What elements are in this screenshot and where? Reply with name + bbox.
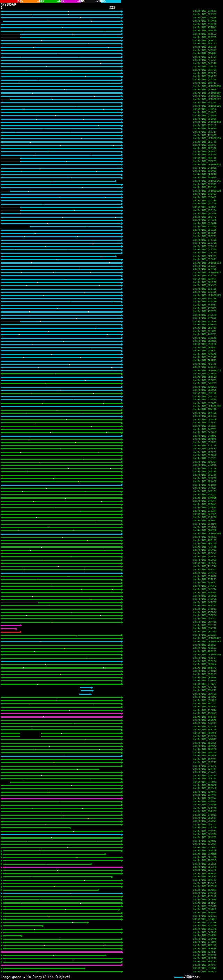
alignment-row[interactable]: UniRef100_B4KG59 <box>0 317 223 320</box>
hit-label[interactable]: UniRef100_C4R4F1 <box>193 571 217 575</box>
hit-label[interactable]: UniRef100_Q90118 <box>193 157 217 160</box>
hit-label[interactable]: UniRef100_P93340 <box>193 356 217 359</box>
hit-label[interactable]: UniRef100_A1CCG4 <box>193 735 217 738</box>
hit-label[interactable]: UniRef100_A7SZL4 <box>193 59 217 62</box>
alignment-row[interactable]: UniRef100_B2D6W1 <box>0 503 223 506</box>
alignment-row[interactable]: UniRef100_B4TZB0 <box>0 601 223 604</box>
hit-label[interactable]: UniRef100_B5MBK5 <box>193 438 217 441</box>
hit-label[interactable]: UniRef100_B6Q9S5 <box>193 741 217 745</box>
alignment-row[interactable]: UniRef100_C9S7E4 <box>0 777 223 780</box>
hit-label[interactable]: UniRef100_C5P4T9 <box>193 905 217 908</box>
hit-label[interactable]: UniRef100_B9A3E2 <box>193 810 217 813</box>
alignment-row[interactable]: UniRef100_UPI00007E <box>0 637 223 640</box>
alignment-row[interactable]: UniRef100_C5FM06 <box>0 853 223 856</box>
hit-label[interactable]: UniRef100_B9WJ28 <box>193 408 217 411</box>
hit-label[interactable]: UniRef100_C5KYJ0 <box>193 620 217 624</box>
alignment-row[interactable]: UniRef100_Q9Y217 <box>0 131 223 134</box>
hit-label[interactable]: UniRef100_Q4WXC8 <box>193 892 217 895</box>
alignment-row[interactable]: UniRef100_A5DDT4 <box>0 611 223 614</box>
hit-label[interactable]: UniRef100_A4H677 <box>193 581 217 584</box>
hit-label[interactable]: UniRef100_Q4YQJ3 <box>193 608 217 611</box>
alignment-row[interactable]: UniRef100_Q9S1L9 <box>0 124 223 127</box>
alignment-row[interactable]: UniRef100_B4N2P7 <box>0 500 223 503</box>
hit-label[interactable]: UniRef100_Q68048 <box>193 676 217 679</box>
hit-label[interactable]: UniRef100_C4E2K1 <box>193 49 217 52</box>
alignment-row[interactable]: UniRef100_UPI0001A5 <box>0 180 223 183</box>
hit-label[interactable]: UniRef100_C1GRN7 <box>193 846 217 849</box>
hit-label[interactable]: UniRef100_A9YTA2 <box>193 42 217 46</box>
hit-label[interactable]: UniRef100_C4Y819 <box>193 670 217 673</box>
hit-label[interactable]: UniRef100_B4I288 <box>193 807 217 810</box>
hit-label[interactable]: UniRef100_B4FVP1 <box>193 428 217 431</box>
hit-label[interactable]: UniRef100_B2AQH1 <box>193 791 217 794</box>
hit-label[interactable]: UniRef100_A71778 <box>193 444 217 447</box>
hit-label[interactable]: UniRef100_B9B3E2 <box>193 604 217 607</box>
alignment-row[interactable]: UniRef100_Q6J7T5 <box>0 140 223 143</box>
alignment-row[interactable]: UniRef100_B2GYE5 <box>0 36 223 39</box>
alignment-row[interactable]: UniRef100_Q9UV32 <box>0 549 223 552</box>
hit-label[interactable]: UniRef100_B2D6W1 <box>193 503 217 506</box>
hit-label[interactable]: UniRef100_A9XEH9 <box>193 127 217 130</box>
hit-label[interactable]: UniRef100_C1E856 <box>193 16 217 19</box>
alignment-row[interactable]: UniRef100_Q51125 <box>0 395 223 398</box>
alignment-row[interactable]: UniRef100_B9E3R8 <box>0 928 223 931</box>
alignment-row[interactable]: UniRef100_UPI000186 <box>0 105 223 108</box>
alignment-row[interactable]: UniRef100_Q3BF24 <box>0 366 223 369</box>
alignment-row[interactable]: UniRef100_Q1OZB1 <box>0 634 223 637</box>
alignment-row[interactable]: UniRef100_C8VDL2 <box>0 908 223 911</box>
hit-label[interactable]: UniRef100_Q1OZB1 <box>193 634 217 637</box>
hit-label[interactable]: UniRef100_Q2FBV6 <box>193 454 217 457</box>
alignment-row[interactable]: UniRef100_C4JX77 <box>0 771 223 774</box>
alignment-row[interactable]: UniRef100_C1G9A3 <box>0 967 223 970</box>
alignment-row[interactable]: UniRef100_Q65F32 <box>0 451 223 454</box>
hit-label[interactable]: UniRef100_B6QGY5 <box>193 875 217 878</box>
alignment-row[interactable]: UniRef100_Q4Y0J3 <box>0 813 223 817</box>
hit-label[interactable]: UniRef100_A5E3U7 <box>193 568 217 571</box>
alignment-row[interactable]: UniRef100_A6QVU5 <box>0 859 223 862</box>
alignment-row[interactable]: UniRef100_Q1NLW3 <box>0 10 223 13</box>
hit-label[interactable]: UniRef100_B4DVD2 <box>193 278 217 281</box>
alignment-row[interactable]: UniRef100_C5FEE7 <box>0 422 223 425</box>
hit-label[interactable]: UniRef100_C8BLQ5 <box>193 375 217 379</box>
hit-label[interactable]: UniRef100_B9WVF2 <box>193 667 217 670</box>
hit-label[interactable]: UniRef100_B0X601 <box>193 519 217 522</box>
alignment-row[interactable]: UniRef100_C8BLQ5 <box>0 375 223 379</box>
alignment-row[interactable]: UniRef100_UPI000041 <box>0 163 223 167</box>
alignment-row[interactable]: UniRef100_A7E6P9 <box>0 679 223 682</box>
alignment-row[interactable]: UniRef100_Q9C4Z6 <box>0 212 223 216</box>
alignment-row[interactable]: UniRef100_Q6FWK2 <box>0 696 223 699</box>
alignment-row[interactable]: UniRef100_B8M1R7 <box>0 960 223 963</box>
alignment-row[interactable]: UniRef100_Q0CE10 <box>0 957 223 960</box>
hit-label[interactable]: UniRef100_C4JDN9 <box>193 931 217 934</box>
alignment-row[interactable]: UniRef100_A9TF24 <box>0 657 223 660</box>
alignment-row[interactable]: UniRef100_A4S9H8 <box>0 19 223 22</box>
hit-label[interactable]: UniRef100_C7YT79 <box>193 251 217 255</box>
hit-label[interactable]: UniRef100_A5BYF9 <box>193 310 217 313</box>
alignment-row[interactable]: UniRef100_B2VS63 <box>0 284 223 287</box>
hit-label[interactable]: UniRef100_Q29BK5 <box>193 506 217 509</box>
hit-label[interactable]: UniRef100_B2AE17 <box>193 950 217 954</box>
hit-label[interactable]: UniRef100_C4JX77 <box>193 771 217 774</box>
alignment-row[interactable]: UniRef100_C5KYJ0 <box>0 620 223 624</box>
hit-label[interactable]: UniRef100_Q9S1L9 <box>193 124 217 127</box>
alignment-row[interactable]: UniRef100_B91269 <box>0 153 223 156</box>
alignment-row[interactable]: UniRef100_Q961B4 <box>0 470 223 474</box>
alignment-row[interactable]: UniRef100_C4QPG8 <box>0 598 223 601</box>
alignment-row[interactable]: UniRef100_Q27J08 <box>0 242 223 245</box>
hit-label[interactable]: UniRef100_B4P2D7 <box>193 493 217 496</box>
hit-label[interactable]: UniRef100_C4NNK2 <box>193 434 217 438</box>
hit-label[interactable]: UniRef100_C5YX24 <box>193 425 217 428</box>
hit-label[interactable]: UniRef100_Q65F32 <box>193 451 217 454</box>
hit-label[interactable]: UniRef100_A8P7D1 <box>193 758 217 761</box>
hit-label[interactable]: UniRef100_A8HL45 <box>193 29 217 32</box>
alignment-row[interactable]: UniRef100_Q35109 <box>0 288 223 291</box>
hit-label[interactable]: UniRef100_Q5TRA9 <box>193 522 217 526</box>
alignment-row[interactable]: UniRef100_C4Y819 <box>0 670 223 673</box>
alignment-row[interactable]: UniRef100_C5K7J0 <box>0 826 223 829</box>
alignment-row[interactable]: UniRef100_A9XEH9 <box>0 127 223 130</box>
hit-label[interactable]: UniRef100_A1C1N0 <box>193 546 217 549</box>
alignment-row[interactable]: UniRef100_Q4Z346 <box>0 62 223 65</box>
hit-label[interactable]: UniRef100_A6RDF4 <box>193 911 217 914</box>
alignment-row[interactable]: UniRef100_A6S5L6 <box>0 787 223 790</box>
alignment-row[interactable]: UniRef100_UPI0000D8 <box>0 85 223 88</box>
